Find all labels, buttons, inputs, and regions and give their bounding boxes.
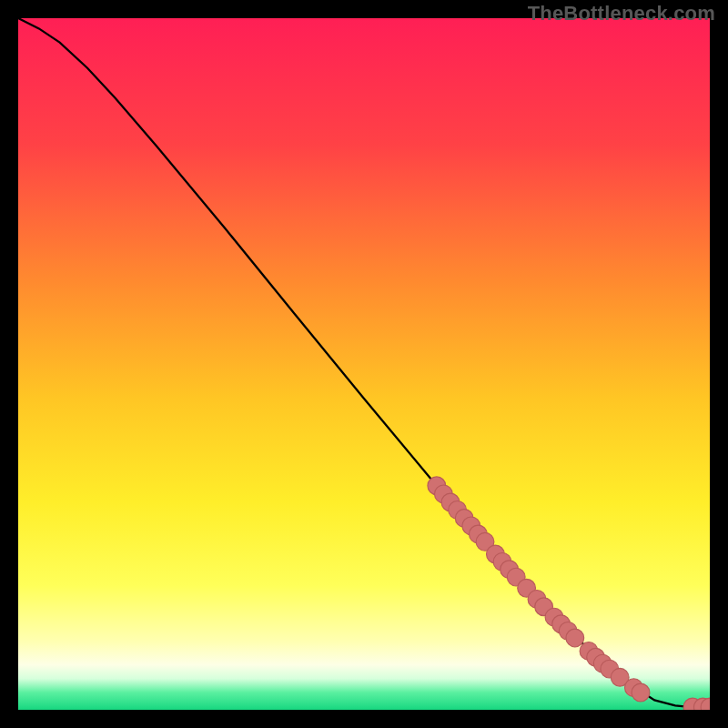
plot-background (18, 18, 710, 710)
data-marker (566, 629, 584, 647)
watermark-label: TheBottleneck.com (528, 2, 715, 25)
bottleneck-chart (18, 18, 710, 710)
data-marker (632, 683, 650, 702)
chart-frame: TheBottleneck.com (0, 0, 728, 728)
